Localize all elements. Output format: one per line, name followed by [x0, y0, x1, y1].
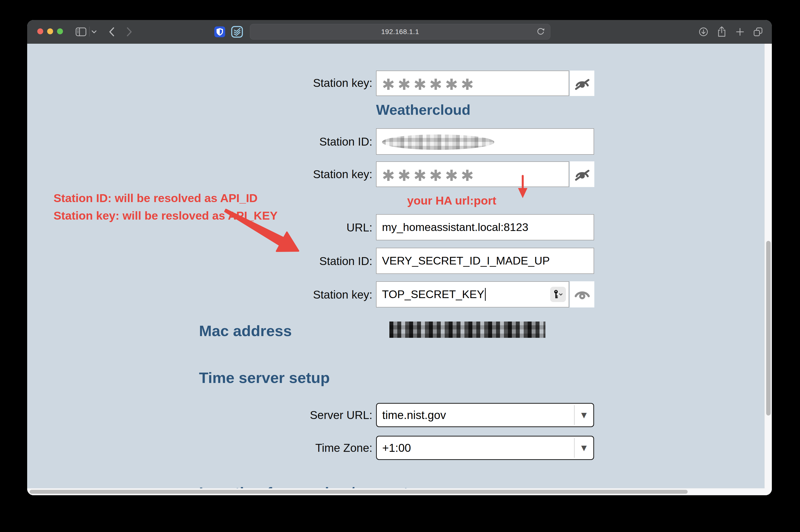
- browser-toolbar: 192.168.1.1: [27, 20, 772, 44]
- downloads-button[interactable]: [697, 20, 710, 43]
- weathercloud-heading: Weathercloud: [376, 101, 470, 118]
- sidebar-menu-chevron[interactable]: [90, 20, 98, 43]
- eye-slash-icon: [574, 76, 591, 90]
- reload-button[interactable]: [536, 27, 546, 37]
- masked-password: ✱✱✱✱✱✱: [382, 73, 477, 94]
- mac-address-heading: Mac address: [199, 322, 292, 340]
- masked-password: ✱✱✱✱✱✱: [382, 164, 477, 185]
- station-key-input[interactable]: ✱✱✱✱✱✱: [376, 71, 569, 96]
- station-key-label: Station key:: [175, 166, 372, 183]
- station-id-input[interactable]: VERY_SECRET_ID_I_MADE_UP: [376, 248, 594, 274]
- close-window-button[interactable]: [37, 28, 43, 34]
- sidebar-toggle-button[interactable]: [75, 20, 88, 43]
- url-value: my_homeassistant.local:8123: [382, 221, 528, 234]
- page-content: Station key: ✱✱✱✱✱✱ Weathercloud Station…: [27, 44, 772, 495]
- key-autofill-icon: [553, 289, 563, 299]
- time-zone-select[interactable]: +1:00 ▼: [376, 436, 594, 460]
- station-key-label: Station key:: [175, 286, 372, 303]
- station-key-label: Station key:: [175, 74, 372, 92]
- vertical-scrollbar-thumb[interactable]: [766, 241, 770, 416]
- toolbar-divider: [89, 27, 90, 37]
- share-icon: [716, 26, 727, 38]
- redacted-station-id: [382, 134, 494, 150]
- time-zone-label: Time Zone:: [175, 439, 372, 456]
- share-button[interactable]: [715, 20, 728, 43]
- tab-overview-icon: [752, 26, 764, 38]
- annotation-line-1: Station ID: will be resolved as API_ID: [54, 189, 278, 207]
- station-key-input-focused[interactable]: TOP_SECRET_KEY: [376, 281, 569, 307]
- zoom-window-button[interactable]: [57, 28, 63, 34]
- chevron-right-icon: [126, 27, 133, 37]
- station-id-label: Station ID:: [175, 252, 372, 270]
- show-password-button[interactable]: [570, 71, 594, 96]
- station-key-input[interactable]: ✱✱✱✱✱✱: [376, 162, 569, 187]
- checklist-extension-button[interactable]: [230, 20, 244, 43]
- vertical-scrollbar-track: [764, 44, 772, 495]
- eye-slash-icon: [574, 167, 591, 181]
- dropdown-arrow-icon: ▼: [575, 404, 593, 426]
- tab-overview-button[interactable]: [751, 20, 765, 43]
- back-button[interactable]: [106, 20, 117, 43]
- station-id-value: VERY_SECRET_ID_I_MADE_UP: [382, 254, 550, 267]
- annotation-ha-url: your HA url:port: [407, 192, 496, 209]
- horizontal-scrollbar-thumb[interactable]: [30, 490, 688, 494]
- reload-icon: [536, 27, 546, 37]
- url-label: URL:: [175, 219, 372, 236]
- station-key-value: TOP_SECRET_KEY: [382, 288, 484, 301]
- new-tab-button[interactable]: [733, 20, 747, 43]
- dropdown-arrow-icon: ▼: [575, 437, 593, 459]
- checklist-extension-icon: [231, 26, 243, 38]
- bitwarden-extension-button[interactable]: [213, 20, 227, 43]
- time-server-heading: Time server setup: [199, 369, 330, 386]
- horizontal-scrollbar-track: [27, 488, 765, 495]
- shield-extension-icon: [214, 26, 225, 38]
- redacted-mac-address: [389, 322, 545, 338]
- forward-button[interactable]: [124, 20, 135, 43]
- hide-password-button[interactable]: [570, 281, 594, 307]
- server-url-select[interactable]: time.nist.gov ▼: [376, 403, 594, 427]
- browser-window: 192.168.1.1: [27, 20, 772, 495]
- text-caret: [485, 288, 486, 301]
- url-input[interactable]: my_homeassistant.local:8123: [376, 214, 594, 240]
- address-bar-url: 192.168.1.1: [381, 28, 419, 36]
- time-zone-value: +1:00: [382, 441, 411, 455]
- server-url-value: time.nist.gov: [382, 408, 446, 422]
- sidebar-icon: [75, 27, 87, 37]
- show-password-button[interactable]: [570, 162, 594, 187]
- address-bar[interactable]: 192.168.1.1: [250, 24, 551, 39]
- minimize-window-button[interactable]: [47, 28, 53, 34]
- password-autofill-button[interactable]: [550, 287, 566, 302]
- chevron-left-icon: [108, 27, 115, 37]
- station-id-label: Station ID:: [175, 133, 372, 150]
- plus-icon: [735, 27, 745, 37]
- eye-open-icon: [574, 288, 591, 301]
- station-id-input[interactable]: [376, 128, 594, 155]
- downloads-icon: [698, 26, 709, 37]
- server-url-label: Server URL:: [175, 406, 372, 424]
- chevron-down-icon: [91, 30, 97, 34]
